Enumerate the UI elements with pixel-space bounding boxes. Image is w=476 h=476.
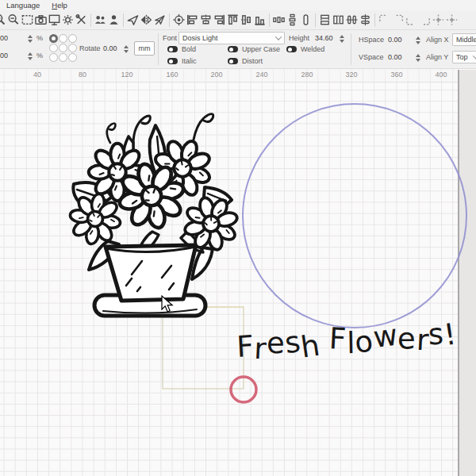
rotate-field[interactable]: 0.00 [103,44,117,52]
users-icon[interactable] [94,13,107,28]
settings-gear-icon[interactable] [61,13,75,28]
align-y-label: Align Y [426,53,448,61]
align-bottom-icon[interactable] [253,13,267,28]
ruler-tick: 320 [336,71,367,79]
align-x-value: Middle [456,36,476,44]
move-center-icon[interactable] [432,13,445,28]
rotate-label: Rotate [79,44,101,52]
font-dropdown[interactable]: Dosis Light [178,32,285,44]
align-x-dropdown[interactable]: Middle [452,33,476,46]
align-center-h-icon[interactable] [199,13,213,28]
upper-case-toggle-row[interactable]: Upper Case [228,45,280,53]
ruler-tick: 360 [381,71,413,79]
distort-toggle-row[interactable]: Distort [228,57,263,65]
main-toolbar [0,10,476,30]
distribute-h-icon[interactable] [272,13,286,28]
font-label: Font [163,34,177,42]
scale-height-spinner[interactable] [28,52,33,60]
font-name: Dosis Light [182,34,218,42]
select-rect-icon[interactable] [21,13,34,28]
move-corner-tr-icon[interactable] [391,13,405,28]
ruler-tick: 400 [425,71,457,79]
center-target-icon[interactable] [172,13,186,28]
outside-workspace [459,70,476,476]
distort-toggle[interactable] [228,58,238,64]
properties-toolbar: 00 % 00 % Rotate 0.00 mm Font Dosis Ligh… [0,30,476,69]
anchor-top-left[interactable] [49,34,58,43]
ruler-tick: 80 [67,71,98,79]
ruler-tick: 40 [21,71,53,79]
ruler-tick: 280 [291,71,323,79]
same-width-icon[interactable] [318,13,332,28]
align-y-dropdown[interactable]: Top [452,51,476,63]
hspace-label: HSpace [359,36,384,44]
anchor-point-grid[interactable] [49,34,78,63]
align-x-label: Align X [426,36,449,44]
flip-horizontal-icon[interactable] [126,13,140,28]
mirror-icon[interactable] [140,13,153,28]
welded-label: Welded [301,45,324,53]
upper-case-label: Upper Case [242,45,280,53]
upper-case-toggle[interactable] [228,46,238,52]
vspace-label: VSpace [359,53,384,61]
bold-toggle[interactable] [167,46,178,52]
tools-icon[interactable] [75,13,88,28]
menu-help[interactable]: Help [52,1,67,10]
distort-label: Distort [242,57,263,65]
chevron-down-icon [473,52,476,59]
align-right-icon[interactable] [213,13,226,28]
align-top-icon[interactable] [226,13,240,28]
monitor-icon[interactable] [48,13,61,28]
vspace-spinner[interactable] [416,54,420,62]
welded-toggle[interactable] [286,46,297,52]
same-height-icon[interactable] [332,13,345,28]
scale-width-unit: % [36,34,43,42]
align-middle-icon[interactable] [240,13,253,28]
italic-toggle-row[interactable]: Italic [167,57,197,65]
scale-width-field[interactable]: 00 [0,34,8,42]
zoom-in-icon[interactable] [0,13,7,28]
height-label: Height [289,34,309,42]
flip-vertical-icon[interactable] [153,13,167,28]
chevron-down-icon [275,33,282,40]
align-left-icon[interactable] [186,13,199,28]
move-corner-br-icon[interactable] [418,13,432,28]
italic-label: Italic [182,57,197,65]
welded-toggle-row[interactable]: Welded [286,45,324,53]
equal-hspace-icon[interactable] [345,13,359,28]
rotate-spinner[interactable] [124,45,129,53]
height-spinner[interactable] [340,35,344,43]
menu-bar: Language Help [0,0,476,10]
scale-width-spinner[interactable] [28,35,33,43]
height-field[interactable]: 34.60 [315,34,333,42]
horizontal-ruler: 40 80 120 160 200 240 280 320 360 400 [0,69,459,83]
align-y-value: Top [456,53,468,61]
move-corner-tl-icon[interactable] [378,13,391,28]
bold-toggle-row[interactable]: Bold [167,45,196,53]
scale-height-unit: % [36,52,43,60]
scale-height-field[interactable]: 00 [0,52,8,60]
design-canvas[interactable] [0,83,459,476]
bold-label: Bold [182,45,196,53]
ruler-tick: 240 [246,71,278,79]
move-center-alt-icon[interactable] [445,13,459,28]
user-icon[interactable] [107,13,121,28]
zoom-out-icon[interactable] [7,13,21,28]
vspace-field[interactable]: 0.00 [388,53,402,61]
camera-icon[interactable] [34,13,48,28]
hspace-field[interactable]: 0.00 [388,36,402,44]
distribute-v-icon[interactable] [286,13,299,28]
move-corner-bl-icon[interactable] [405,13,418,28]
ruler-tick: 120 [111,71,143,79]
unit-mm-button[interactable]: mm [134,41,155,56]
ruler-tick: 200 [201,71,232,79]
ruler-tick: 160 [156,71,188,79]
size-bar-icon[interactable] [299,13,313,28]
hspace-spinner[interactable] [416,36,420,44]
menu-language[interactable]: Language [6,1,40,10]
equal-vspace-icon[interactable] [359,13,372,28]
italic-toggle[interactable] [167,58,178,64]
